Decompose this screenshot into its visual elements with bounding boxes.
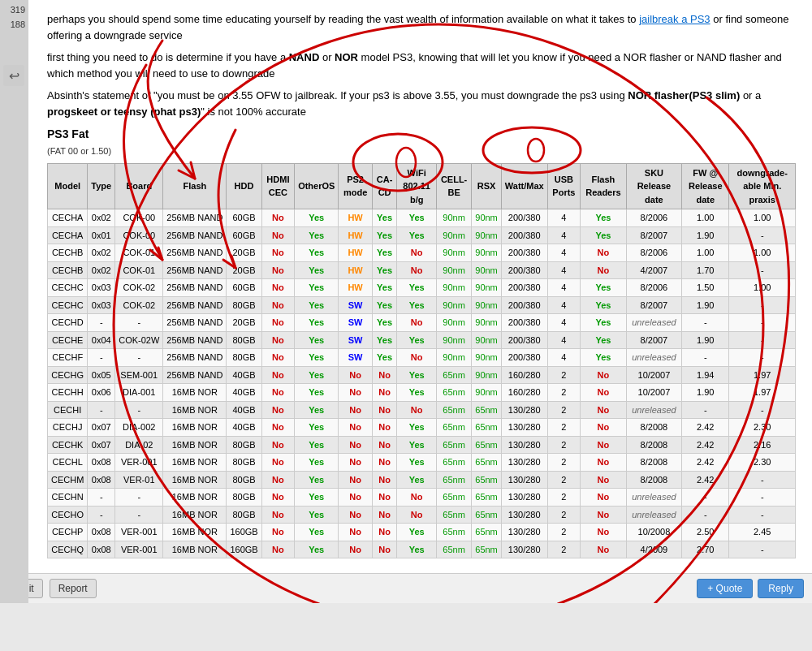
table-cell: 8/2008 (626, 471, 681, 489)
table-cell: No (372, 524, 397, 541)
table-cell: - (682, 314, 729, 332)
table-cell: 130/280 (501, 524, 547, 541)
table-cell: 10/2008 (626, 524, 681, 541)
table-cell: 200/380 (501, 226, 547, 244)
table-cell: No (397, 314, 437, 332)
table-cell: No (339, 454, 372, 472)
table-cell: HW (339, 226, 372, 244)
table-cell: No (261, 209, 294, 227)
col-cacd: CA-CD (372, 163, 397, 209)
col-usb: USB Ports (547, 163, 581, 209)
table-cell: 65nm (436, 419, 471, 437)
table-cell: No (397, 349, 437, 367)
table-cell: - (115, 401, 163, 419)
table-cell: 256MB NAND (163, 226, 227, 244)
table-cell: 200/380 (501, 244, 547, 262)
reply-button[interactable]: Reply (758, 579, 804, 598)
table-cell: 1.90 (682, 384, 729, 402)
table-cell: 0x04 (88, 331, 115, 349)
table-cell: 8/2008 (626, 454, 681, 472)
table-cell: No (581, 401, 627, 419)
col-hdmi: HDMI CEC (261, 163, 294, 209)
table-cell: 65nm (472, 524, 502, 541)
table-cell: 80GB (227, 296, 261, 314)
col-cellbe: CELL-BE (436, 163, 471, 209)
table-cell: No (339, 384, 372, 402)
table-cell: 8/2006 (626, 209, 681, 227)
table-cell: Yes (295, 471, 339, 489)
table-cell: 20GB (227, 244, 261, 262)
jailbreak-link[interactable]: jailbreak a PS3 (639, 13, 710, 25)
table-row: CECHP0x08VER-00116MB NOR160GBNoYesNoNoYe… (48, 524, 796, 541)
table-cell: CECHA (48, 209, 88, 227)
table-cell: 0x02 (88, 209, 115, 227)
table-cell: 4 (547, 314, 581, 332)
table-cell: No (581, 384, 627, 402)
table-cell: VER-001 (115, 454, 163, 472)
table-cell: 1.00 (729, 209, 796, 227)
table-cell: CECHG (48, 366, 88, 384)
table-cell: 2 (547, 489, 581, 507)
table-cell: 4 (547, 261, 581, 279)
table-cell: Yes (372, 226, 397, 244)
table-cell: 256MB NAND (163, 314, 227, 332)
table-cell: 200/380 (501, 261, 547, 279)
table-cell: 1.70 (682, 261, 729, 279)
table-cell: No (261, 244, 294, 262)
table-cell: 80GB (227, 331, 261, 349)
table-cell: 2 (547, 419, 581, 437)
table-cell: No (581, 244, 627, 262)
table-cell: 200/380 (501, 296, 547, 314)
table-cell: 4 (547, 331, 581, 349)
post-content-area: perhaps you should spend some time educa… (31, 0, 812, 570)
table-cell: 1.90 (682, 331, 729, 349)
table-row: CECHI--16MB NOR40GBNoYesNoNoNo65nm65nm13… (48, 401, 796, 419)
table-cell: 0x08 (88, 454, 115, 472)
table-cell: 160GB (227, 524, 261, 541)
report-button[interactable]: Report (50, 579, 97, 598)
table-cell: - (88, 506, 115, 524)
table-cell: Yes (397, 384, 437, 402)
table-cell: 2.30 (729, 454, 796, 472)
table-cell: Yes (581, 314, 627, 332)
table-cell: 1.00 (682, 209, 729, 227)
table-cell: - (88, 314, 115, 332)
table-cell: 1.94 (682, 366, 729, 384)
table-cell: 65nm (436, 524, 471, 541)
post-toolbar: Edit Report + Quote Reply (0, 573, 812, 603)
paragraph-1: perhaps you should spend some time educa… (47, 11, 796, 43)
table-cell: No (372, 489, 397, 507)
table-cell: No (581, 419, 627, 437)
table-row: CECHF--256MB NAND80GBNoYesSWYesNo90nm90n… (48, 349, 796, 367)
table-cell: 2 (547, 384, 581, 402)
table-cell: No (397, 244, 437, 262)
table-cell: No (339, 419, 372, 437)
table-cell: No (581, 471, 627, 489)
table-cell: No (339, 506, 372, 524)
table-cell: Yes (295, 296, 339, 314)
table-cell: 2 (547, 366, 581, 384)
table-cell: No (581, 436, 627, 454)
table-cell: No (372, 506, 397, 524)
col-hdd: HDD (227, 163, 261, 209)
table-cell: Yes (397, 331, 437, 349)
table-cell: - (115, 489, 163, 507)
table-cell: Yes (397, 209, 437, 227)
table-cell: 1.90 (682, 226, 729, 244)
table-cell: Yes (372, 209, 397, 227)
table-cell: 0x02 (88, 261, 115, 279)
table-cell: 4 (547, 244, 581, 262)
table-cell: 90nm (436, 209, 471, 227)
table-cell: VER-001 (115, 541, 163, 558)
table-row: CECHH0x06DIA-00116MB NOR40GBNoYesNoNoYes… (48, 384, 796, 402)
table-cell: CECHL (48, 454, 88, 472)
table-cell: 130/280 (501, 419, 547, 437)
table-cell: 2 (547, 401, 581, 419)
table-cell: CECHC (48, 296, 88, 314)
table-cell: - (682, 401, 729, 419)
table-cell: Yes (295, 261, 339, 279)
table-cell: 2.50 (682, 524, 729, 541)
table-cell: - (682, 506, 729, 524)
quote-button[interactable]: + Quote (697, 579, 753, 598)
table-cell: Yes (397, 454, 437, 472)
